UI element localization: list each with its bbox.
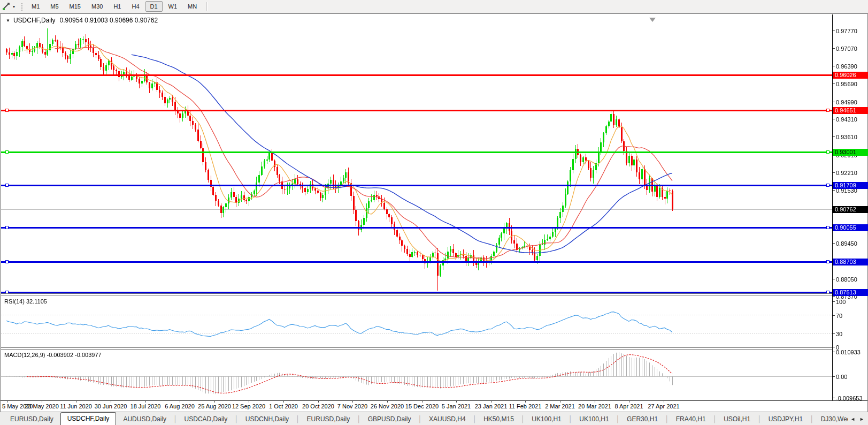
macd-tick-label: 0.010933 bbox=[836, 349, 868, 355]
date-label: 20 Oct 2020 bbox=[302, 403, 334, 409]
tab-separator: │ bbox=[418, 413, 422, 425]
chart-tab-uk100-h1[interactable]: UK100,H1 bbox=[572, 413, 616, 425]
date-tick bbox=[560, 401, 560, 403]
chart-tab-eurusd-daily[interactable]: EURUSD,Daily bbox=[300, 413, 357, 425]
date-label: 26 Nov 2020 bbox=[371, 403, 404, 409]
timeframe-button-m15[interactable]: M15 bbox=[65, 1, 86, 12]
chart-tab-gbpusd-daily[interactable]: GBPUSD,Daily bbox=[361, 413, 418, 425]
hline-price-label: 0.93001 bbox=[833, 149, 868, 156]
dropdown-caret-icon[interactable]: ▾ bbox=[13, 4, 15, 9]
date-label: 11 Feb 2021 bbox=[509, 403, 542, 409]
timeframe-button-m1[interactable]: M1 bbox=[27, 1, 44, 12]
date-label: 27 Apr 2021 bbox=[648, 403, 679, 409]
tab-scroll-arrows: ◄ ► bbox=[848, 412, 868, 425]
symbol-timeframe-label: USDCHF,Daily bbox=[13, 17, 56, 24]
date-tick bbox=[352, 401, 353, 403]
date-label: 1 Oct 2020 bbox=[269, 403, 298, 409]
date-label: 23 Jan 2021 bbox=[475, 403, 508, 409]
tab-separator: │ bbox=[810, 413, 814, 425]
date-tick bbox=[491, 401, 491, 403]
date-label: 7 Nov 2020 bbox=[337, 403, 367, 409]
chart-tab-usdjpy-h1[interactable]: USDJPY,H1 bbox=[762, 413, 810, 425]
date-tick bbox=[387, 401, 388, 403]
chart-tab-dj30-weekly[interactable]: DJ30,Weekly bbox=[814, 413, 848, 425]
chart-window: ▼USDCHF,Daily0.90954 0.91003 0.90696 0.9… bbox=[0, 13, 868, 412]
chart-tab-ger30-h1[interactable]: GER30,H1 bbox=[620, 413, 665, 425]
macd-label: MACD(12,26,9) -0.003902 -0.003977 bbox=[4, 352, 102, 358]
timeframe-button-h4[interactable]: H4 bbox=[127, 1, 144, 12]
tab-scroll-right-icon[interactable]: ► bbox=[857, 415, 866, 423]
macd-values: -0.003902 -0.003977 bbox=[47, 352, 101, 358]
chart-tab-eurusd-daily[interactable]: EURUSD,Daily bbox=[3, 413, 60, 425]
price-chart-canvas[interactable] bbox=[1, 14, 867, 400]
date-label: 5 Jan 2021 bbox=[442, 403, 471, 409]
timeframe-button-d1[interactable]: D1 bbox=[145, 1, 163, 12]
trading-terminal-screen: ▾ M1M5M15M30H1H4D1W1MN ▼USDCHF,Daily0.90… bbox=[0, 0, 868, 425]
date-label: 30 Jun 2020 bbox=[95, 403, 127, 409]
date-tick bbox=[111, 401, 111, 403]
chart-tab-uk100-h1[interactable]: UK100,H1 bbox=[525, 413, 568, 425]
chart-tab-usdchf-daily[interactable]: USDCHF,Daily bbox=[60, 412, 117, 425]
ohlc-values: 0.90954 0.91003 0.90696 0.90762 bbox=[60, 17, 158, 24]
chart-tab-usdcad-daily[interactable]: USDCAD,Daily bbox=[178, 413, 235, 425]
tab-separator: │ bbox=[521, 413, 525, 425]
chart-tab-usdcnh-daily[interactable]: USDCNH,Daily bbox=[239, 413, 296, 425]
macd-tick-label: 0.00 bbox=[836, 374, 868, 380]
date-label: 11 Jun 2020 bbox=[60, 403, 92, 409]
toolbar-separator bbox=[206, 2, 207, 11]
hline-price-label: 0.88703 bbox=[833, 259, 868, 265]
date-tick bbox=[629, 401, 629, 403]
timeframe-button-m5[interactable]: M5 bbox=[45, 1, 63, 12]
tab-scroll-left-icon[interactable]: ◄ bbox=[848, 415, 857, 423]
timeframe-button-m30[interactable]: M30 bbox=[87, 1, 107, 12]
price-tick-label: 0.94990 bbox=[836, 99, 868, 105]
chart-tab-usoil-h1[interactable]: USOil,H1 bbox=[717, 413, 757, 425]
timeframe-buttons: M1M5M15M30H1H4D1W1MN bbox=[26, 1, 202, 12]
timeframe-toolbar: ▾ M1M5M15M30H1H4D1W1MN bbox=[0, 0, 868, 13]
tab-list: EURUSD,DailyUSDCHF,DailyAUDUSD,Daily│USD… bbox=[0, 412, 848, 425]
date-tick bbox=[145, 401, 146, 403]
date-tick bbox=[525, 401, 526, 403]
price-tick-label: 0.97070 bbox=[836, 45, 868, 52]
date-tick bbox=[249, 401, 249, 403]
timeframe-button-w1[interactable]: W1 bbox=[164, 1, 182, 12]
date-label: 15 Dec 2020 bbox=[405, 403, 439, 409]
rsi-tick-label: 70 bbox=[836, 313, 868, 319]
toolbar-grip[interactable] bbox=[20, 2, 23, 11]
chart-tab-xauusd-h4[interactable]: XAUUSD,H4 bbox=[422, 413, 473, 425]
date-label: 20 Mar 2021 bbox=[578, 403, 611, 409]
tab-separator: │ bbox=[757, 413, 762, 425]
date-label: 6 Aug 2020 bbox=[165, 403, 195, 409]
hline-price-label: 0.87513 bbox=[833, 289, 868, 296]
date-tick bbox=[214, 401, 215, 403]
window-menu-caret-icon[interactable]: ▼ bbox=[6, 18, 10, 23]
rsi-tick-label: 100 bbox=[836, 299, 868, 305]
chart-title: ▼USDCHF,Daily0.90954 0.91003 0.90696 0.9… bbox=[6, 17, 158, 24]
timeframe-button-mn[interactable]: MN bbox=[183, 1, 202, 12]
price-tick-label: 0.94310 bbox=[836, 116, 868, 123]
price-tick-label: 0.88050 bbox=[836, 276, 868, 283]
macd-name: MACD(12,26,9) bbox=[4, 352, 45, 358]
hline-price-label: 0.94651 bbox=[833, 107, 868, 114]
date-tick bbox=[7, 401, 7, 403]
hline-price-label: 0.90055 bbox=[833, 224, 868, 231]
chart-tab-audusd-daily[interactable]: AUDUSD,Daily bbox=[116, 413, 173, 425]
date-tick bbox=[664, 401, 664, 403]
date-tick bbox=[595, 401, 595, 403]
rsi-name: RSI(14) bbox=[4, 298, 25, 305]
tab-separator: │ bbox=[357, 413, 361, 425]
chart-tool-icon[interactable] bbox=[1, 2, 12, 11]
price-tick-label: 0.92210 bbox=[836, 170, 868, 176]
rsi-value: 32.1105 bbox=[26, 298, 47, 305]
price-tick-label: 0.97770 bbox=[836, 28, 868, 34]
price-tick-label: 0.96390 bbox=[836, 63, 868, 70]
tab-separator: │ bbox=[665, 413, 669, 425]
chart-tab-hk50-m15[interactable]: HK50,M15 bbox=[477, 413, 521, 425]
date-axis[interactable]: 5 May 202023 May 202011 Jun 202030 Jun 2… bbox=[1, 400, 867, 412]
price-tick-label: 0.95690 bbox=[836, 81, 868, 87]
timeframe-button-h1[interactable]: H1 bbox=[109, 1, 126, 12]
tab-separator: │ bbox=[234, 413, 239, 425]
current-price-label: 0.90762 bbox=[833, 206, 868, 213]
chart-tab-fra40-h1[interactable]: FRA40,H1 bbox=[669, 413, 713, 425]
chart-tool-icon-glyph bbox=[2, 2, 11, 11]
